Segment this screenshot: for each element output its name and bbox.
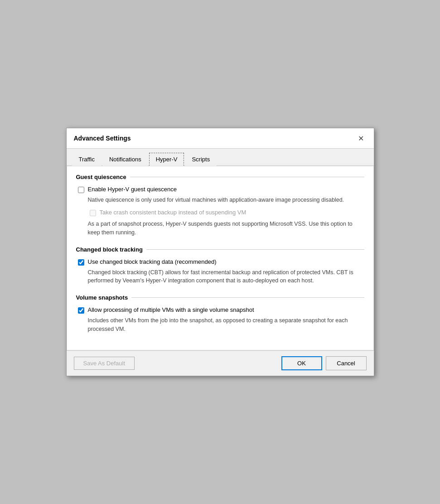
changed-block-tracking-section: Changed block tracking Use changed block… xyxy=(76,246,364,286)
guest-quiescence-section: Guest quiescence Enable Hyper-V guest qu… xyxy=(76,174,364,237)
enable-hyperv-quiescence-checkbox[interactable] xyxy=(78,187,84,193)
use-cbt-row: Use changed block tracking data (recomme… xyxy=(76,258,364,266)
enable-hyperv-quiescence-label: Enable Hyper-V guest quiescence xyxy=(88,186,177,193)
volume-snapshots-section: Volume snapshots Allow processing of mul… xyxy=(76,294,364,334)
dialog-title: Advanced Settings xyxy=(74,135,131,142)
tab-scripts[interactable]: Scripts xyxy=(185,153,217,166)
use-cbt-checkbox[interactable] xyxy=(78,259,84,266)
tab-notifications[interactable]: Notifications xyxy=(102,153,148,166)
tab-content: Guest quiescence Enable Hyper-V guest qu… xyxy=(67,166,374,350)
title-bar: Advanced Settings ✕ xyxy=(67,128,374,149)
enable-hyperv-quiescence-row: Enable Hyper-V guest quiescence xyxy=(76,186,364,193)
changed-block-tracking-divider xyxy=(146,249,364,250)
crash-consistent-row: Take crash consistent backup instead of … xyxy=(88,209,364,216)
tab-bar: Traffic Notifications Hyper-V Scripts xyxy=(67,149,374,166)
tab-traffic[interactable]: Traffic xyxy=(72,153,102,166)
close-button[interactable]: ✕ xyxy=(356,133,367,144)
cbt-description: Changed block tracking (CBT) allows for … xyxy=(88,268,364,286)
crash-consistent-checkbox[interactable] xyxy=(90,210,96,216)
advanced-settings-dialog: Advanced Settings ✕ Traffic Notification… xyxy=(66,128,374,376)
guest-quiescence-divider xyxy=(130,177,364,177)
use-cbt-label: Use changed block tracking data (recomme… xyxy=(88,258,217,265)
changed-block-tracking-title: Changed block tracking xyxy=(76,246,146,253)
volume-snapshots-title: Volume snapshots xyxy=(76,294,132,301)
volume-snapshots-divider xyxy=(131,297,364,298)
crash-consistent-option: Take crash consistent backup instead of … xyxy=(88,209,364,216)
guest-quiescence-title: Guest quiescence xyxy=(76,174,130,180)
guest-quiescence-desc2: As a part of snapshot process, Hyper-V s… xyxy=(88,220,364,237)
allow-multiple-vms-checkbox[interactable] xyxy=(78,307,84,314)
allow-multiple-vms-row: Allow processing of multiple VMs with a … xyxy=(76,306,364,314)
changed-block-tracking-header: Changed block tracking xyxy=(76,246,364,253)
dialog-footer: Save As Default OK Cancel xyxy=(67,350,374,376)
crash-consistent-label: Take crash consistent backup instead of … xyxy=(100,209,247,216)
volume-snapshots-header: Volume snapshots xyxy=(76,294,364,301)
footer-action-buttons: OK Cancel xyxy=(281,356,367,370)
allow-multiple-vms-label: Allow processing of multiple VMs with a … xyxy=(88,306,254,313)
cancel-button[interactable]: Cancel xyxy=(326,356,367,370)
save-as-default-button[interactable]: Save As Default xyxy=(74,357,135,370)
volume-snapshots-description: Includes other VMs from the job into the… xyxy=(88,316,364,334)
guest-quiescence-header: Guest quiescence xyxy=(76,174,364,180)
ok-button[interactable]: OK xyxy=(281,356,322,370)
tab-hyperv[interactable]: Hyper-V xyxy=(149,153,184,166)
guest-quiescence-desc1: Native quiescence is only used for virtu… xyxy=(88,196,364,204)
